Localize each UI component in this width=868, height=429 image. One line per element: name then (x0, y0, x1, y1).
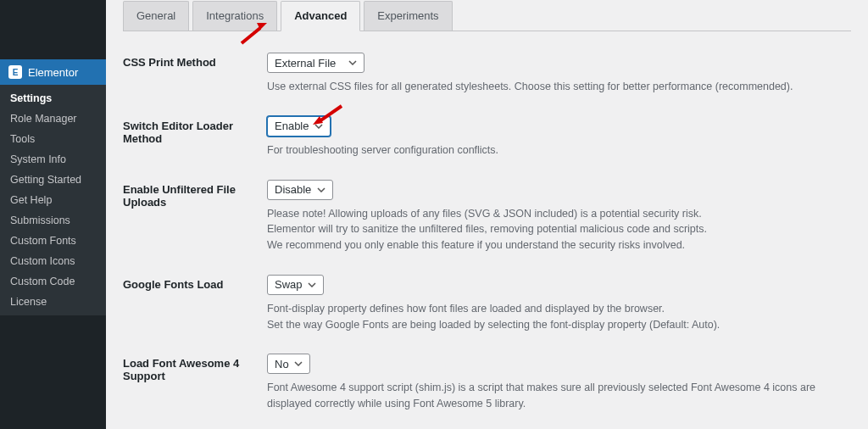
sidebar-item-custom-icons[interactable]: Custom Icons (0, 251, 106, 271)
row-switch-editor-loader: Switch Editor Loader Method Enable For t… (123, 116, 851, 159)
sidebar-spacer (0, 0, 106, 59)
select-css-print-method[interactable]: External File (267, 53, 364, 73)
sidebar-item-role-manager[interactable]: Role Manager (0, 109, 106, 129)
label-css-print-method: CSS Print Method (123, 53, 267, 69)
row-google-fonts-load: Google Fonts Load Swap Font-display prop… (123, 275, 851, 333)
admin-sidebar: E Elementor SettingsRole ManagerToolsSys… (0, 0, 106, 429)
settings-tabs: GeneralIntegrationsAdvancedExperiments (123, 0, 851, 31)
sidebar-item-get-help[interactable]: Get Help (0, 190, 106, 210)
tab-experiments[interactable]: Experiments (364, 1, 452, 31)
desc-css-print-method: Use external CSS files for all generated… (267, 79, 851, 95)
sidebar-item-settings[interactable]: Settings (0, 88, 106, 109)
sidebar-item-license[interactable]: License (0, 292, 106, 312)
desc-google-fonts-load: Font-display property defines how font f… (267, 301, 851, 333)
label-switch-editor-loader: Switch Editor Loader Method (123, 116, 267, 145)
row-css-print-method: CSS Print Method External File Use exter… (123, 53, 851, 95)
row-font-awesome4: Load Font Awesome 4 Support No Font Awes… (123, 354, 851, 412)
label-google-fonts-load: Google Fonts Load (123, 275, 267, 291)
row-unfiltered-uploads: Enable Unfiltered File Uploads Disable P… (123, 180, 851, 254)
sidebar-item-custom-fonts[interactable]: Custom Fonts (0, 231, 106, 251)
tab-general[interactable]: General (123, 1, 189, 31)
settings-form: CSS Print Method External File Use exter… (123, 53, 851, 412)
sidebar-item-custom-code[interactable]: Custom Code (0, 271, 106, 292)
tab-integrations[interactable]: Integrations (192, 1, 277, 31)
main-content: GeneralIntegrationsAdvancedExperiments C… (106, 0, 868, 429)
desc-font-awesome4: Font Awesome 4 support script (shim.js) … (267, 380, 851, 412)
select-google-fonts-load[interactable]: Swap (267, 275, 324, 295)
sidebar-item-system-info[interactable]: System Info (0, 149, 106, 170)
sidebar-item-submissions[interactable]: Submissions (0, 210, 106, 231)
tab-advanced[interactable]: Advanced (281, 1, 360, 31)
desc-switch-editor-loader: For troubleshooting server configuration… (267, 142, 851, 159)
sidebar-plugin-header[interactable]: E Elementor (0, 59, 106, 85)
sidebar-item-getting-started[interactable]: Getting Started (0, 170, 106, 190)
sidebar-submenu: SettingsRole ManagerToolsSystem InfoGett… (0, 85, 106, 315)
select-unfiltered-uploads[interactable]: Disable (267, 180, 333, 200)
desc-unfiltered-uploads: Please note! Allowing uploads of any fil… (267, 206, 851, 254)
label-font-awesome4: Load Font Awesome 4 Support (123, 354, 267, 382)
elementor-icon: E (8, 65, 22, 79)
sidebar-plugin-label: Elementor (28, 66, 78, 79)
label-unfiltered-uploads: Enable Unfiltered File Uploads (123, 180, 267, 209)
select-switch-editor-loader[interactable]: Enable (267, 116, 331, 136)
select-font-awesome4[interactable]: No (267, 354, 310, 374)
sidebar-item-tools[interactable]: Tools (0, 129, 106, 149)
